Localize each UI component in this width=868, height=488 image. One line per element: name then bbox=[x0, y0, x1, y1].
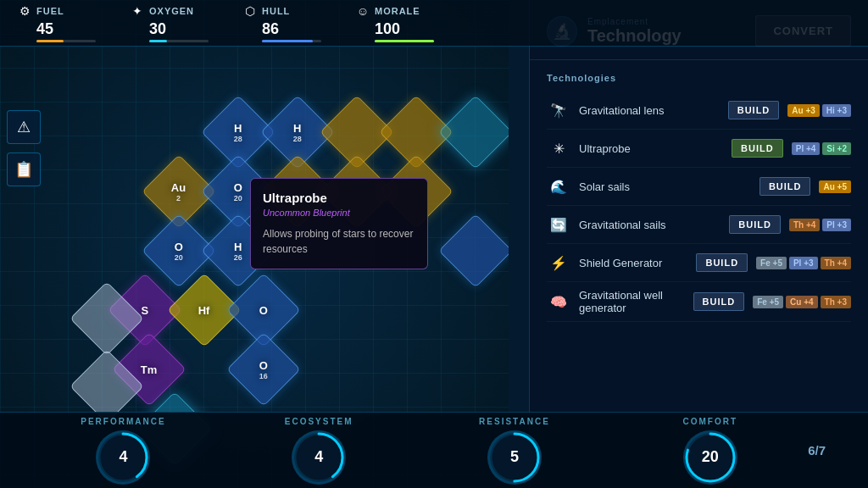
tech-section-title: Technologies bbox=[547, 73, 851, 83]
crew-count: 6/7 bbox=[808, 443, 843, 458]
fuel-label: FUEL bbox=[36, 6, 64, 16]
hull-icon: ⬡ bbox=[242, 3, 258, 19]
cost-badge-3-0: Th +4 bbox=[789, 219, 820, 231]
bottom-gauge-0: 4 bbox=[96, 430, 150, 485]
bottom-gauge-2: 5 bbox=[487, 430, 542, 485]
cost-badge-5-0: Fe +5 bbox=[753, 296, 783, 308]
tooltip-title: Ultraprobe bbox=[263, 191, 415, 205]
bottom-gauge-3: 20 bbox=[683, 430, 737, 485]
tech-costs-5: Fe +5Cu +4Th +3 bbox=[753, 296, 851, 308]
oxygen-icon: ✦ bbox=[130, 3, 145, 19]
tooltip-subtitle: Uncommon Blueprint bbox=[263, 208, 415, 218]
cost-badge-4-1: Pl +3 bbox=[789, 257, 818, 269]
cost-badge-5-2: Th +3 bbox=[821, 296, 851, 308]
cost-badge-0-0: Au +3 bbox=[787, 104, 820, 117]
stat-morale: ☺ MORALE 100 bbox=[355, 3, 434, 42]
oxygen-value: 30 bbox=[149, 20, 166, 38]
tech-build-btn-0[interactable]: BUILD bbox=[728, 101, 780, 119]
bottom-bar: PERFORMANCE 4 ECOSYSTEM 4 RESISTANCE 5 C… bbox=[0, 412, 868, 488]
morale-value: 100 bbox=[375, 20, 400, 38]
bottom-stat-comfort: COMFORT 20 bbox=[612, 417, 808, 485]
tech-icon-2: 🌊 bbox=[547, 175, 570, 198]
hull-value: 86 bbox=[262, 20, 279, 38]
bottom-stat-label-3: COMFORT bbox=[682, 417, 737, 426]
fuel-value: 45 bbox=[36, 20, 53, 38]
fuel-icon: ⚙ bbox=[17, 3, 32, 19]
morale-label: MORALE bbox=[375, 6, 420, 16]
tech-build-btn-3[interactable]: BUILD bbox=[729, 215, 781, 234]
tech-row-5: 🧠Gravitational well generatorBUILDFe +5C… bbox=[547, 282, 851, 322]
hull-label: HULL bbox=[262, 6, 290, 16]
morale-bar bbox=[375, 40, 434, 42]
cost-badge-3-1: Pl +3 bbox=[822, 219, 851, 231]
cost-badge-0-1: Hi +3 bbox=[822, 104, 851, 117]
tech-name-2: Solar sails bbox=[579, 180, 751, 193]
morale-bar-fill bbox=[375, 40, 434, 42]
oxygen-bar bbox=[149, 40, 209, 42]
bottom-stat-resistance: RESISTANCE 5 bbox=[417, 417, 613, 485]
tech-name-1: Ultraprobe bbox=[579, 142, 723, 155]
oxygen-bar-fill bbox=[149, 40, 167, 42]
oxygen-label: OXYGEN bbox=[149, 6, 194, 16]
tech-costs-1: Pl +4Si +2 bbox=[792, 142, 851, 155]
tech-name-0: Gravitational lens bbox=[579, 104, 720, 117]
cost-badge-4-0: Fe +5 bbox=[756, 257, 787, 269]
tech-build-btn-1[interactable]: BUILD bbox=[732, 139, 783, 158]
blueprint-icon-btn[interactable]: 📋 bbox=[7, 152, 41, 186]
hull-bar bbox=[262, 40, 321, 42]
cost-badge-2-0: Au +5 bbox=[819, 180, 851, 193]
morale-icon: ☺ bbox=[355, 3, 370, 19]
tech-row-0: 🔭Gravitational lensBUILDAu +3Hi +3 bbox=[547, 92, 851, 130]
tech-costs-2: Au +5 bbox=[819, 180, 851, 193]
tech-name-5: Gravitational well generator bbox=[579, 289, 685, 314]
bottom-stat-ecosystem: ECOSYSTEM 4 bbox=[221, 417, 417, 485]
tech-name-4: Shield Generator bbox=[579, 257, 687, 269]
bottom-stat-performance: PERFORMANCE 4 bbox=[25, 417, 221, 485]
tech-icon-4: ⚡ bbox=[547, 251, 570, 274]
cost-badge-1-1: Si +2 bbox=[822, 142, 851, 155]
tech-row-2: 🌊Solar sailsBUILDAu +5 bbox=[547, 168, 851, 206]
alert-icon-btn[interactable]: ⚠ bbox=[7, 110, 41, 144]
side-icons: ⚠ 📋 bbox=[7, 110, 41, 186]
stat-oxygen: ✦ OXYGEN 30 bbox=[130, 3, 209, 42]
tech-build-btn-2[interactable]: BUILD bbox=[760, 177, 811, 196]
bottom-gauge-1: 4 bbox=[292, 430, 346, 485]
fuel-bar bbox=[36, 40, 96, 42]
hull-bar-fill bbox=[262, 40, 313, 42]
tech-section: Technologies 🔭Gravitational lensBUILDAu … bbox=[530, 60, 868, 335]
bottom-stats: PERFORMANCE 4 ECOSYSTEM 4 RESISTANCE 5 C… bbox=[25, 417, 808, 485]
tile-4[interactable] bbox=[438, 95, 509, 169]
tech-costs-0: Au +3Hi +3 bbox=[787, 104, 851, 117]
tech-icon-3: 🔄 bbox=[547, 213, 570, 236]
bottom-stat-label-0: PERFORMANCE bbox=[81, 417, 165, 426]
tech-icon-5: 🧠 bbox=[547, 290, 570, 313]
cost-badge-1-0: Pl +4 bbox=[792, 142, 821, 155]
cost-badge-5-1: Cu +4 bbox=[786, 296, 818, 308]
tech-costs-3: Th +4Pl +3 bbox=[789, 219, 851, 231]
tech-row-3: 🔄Gravitational sailsBUILDTh +4Pl +3 bbox=[547, 206, 851, 244]
tooltip: Ultraprobe Uncommon Blueprint Allows pro… bbox=[250, 178, 428, 269]
tech-name-3: Gravitational sails bbox=[579, 219, 721, 231]
tech-row-4: ⚡Shield GeneratorBUILDFe +5Pl +3Th +4 bbox=[547, 244, 851, 282]
tooltip-description: Allows probing of stars to recover resou… bbox=[263, 226, 415, 257]
tech-icon-1: ✳ bbox=[547, 136, 570, 160]
tech-costs-4: Fe +5Pl +3Th +4 bbox=[756, 257, 851, 269]
tile-17[interactable]: O16 bbox=[226, 332, 301, 407]
stat-fuel: ⚙ FUEL 45 bbox=[17, 3, 96, 42]
tech-icon-0: 🔭 bbox=[547, 98, 570, 122]
tile-12[interactable] bbox=[438, 214, 509, 288]
bottom-stat-label-2: RESISTANCE bbox=[479, 417, 550, 426]
fuel-bar-fill bbox=[36, 40, 64, 42]
tech-list: 🔭Gravitational lensBUILDAu +3Hi +3✳Ultra… bbox=[547, 92, 851, 322]
status-bar: ⚙ FUEL 45 ✦ OXYGEN 30 ⬡ HULL 86 ☺ MORALE bbox=[0, 0, 868, 47]
stat-hull: ⬡ HULL 86 bbox=[242, 3, 321, 42]
tech-build-btn-4[interactable]: BUILD bbox=[696, 253, 748, 272]
cost-badge-4-2: Th +4 bbox=[821, 257, 851, 269]
tech-build-btn-5[interactable]: BUILD bbox=[693, 292, 745, 311]
bottom-stat-label-1: ECOSYSTEM bbox=[285, 417, 353, 426]
tech-row-1: ✳UltraprobeBUILDPl +4Si +2 bbox=[547, 130, 851, 168]
